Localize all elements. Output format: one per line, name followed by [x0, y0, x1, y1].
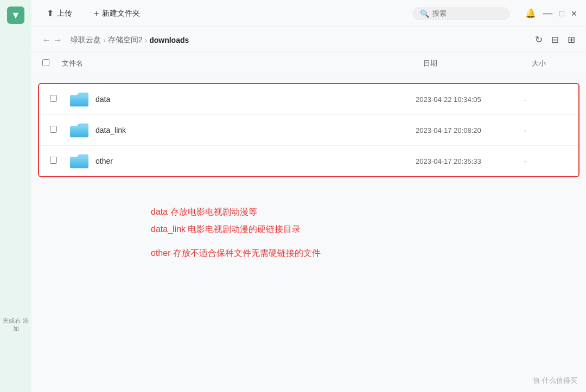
- main-area: ⬆ 上传 + 新建文件夹 🔍 🔔 — □ ✕ ← → 绿联云盘 › 存储空间2 …: [31, 0, 586, 392]
- row-checkbox-1[interactable]: [50, 125, 69, 135]
- sidebar: ▼ 夹或右 添加: [0, 0, 31, 392]
- file-date-0: 2023-04-22 10:34:05: [416, 95, 524, 104]
- search-input[interactable]: [432, 9, 498, 17]
- breadcrumb-bar: ← → 绿联云盘 › 存储空间2 › downloads ↻ ⊟ ⊞: [31, 27, 586, 53]
- breadcrumb-item-1[interactable]: 存储空间2: [108, 35, 143, 45]
- new-folder-label: 新建文件夹: [102, 9, 140, 18]
- breadcrumb-actions: ↻ ⊟ ⊞: [535, 34, 575, 46]
- folder-icon-1: [69, 120, 89, 140]
- breadcrumb-path: 绿联云盘 › 存储空间2 › downloads: [71, 35, 189, 45]
- upload-button[interactable]: ⬆ 上传: [40, 5, 79, 22]
- search-bar[interactable]: 🔍: [412, 7, 510, 20]
- file-name-1: data_link: [95, 126, 416, 134]
- header-date: 日期: [423, 59, 532, 68]
- header-name: 文件名: [62, 59, 423, 68]
- file-size-0: -: [524, 95, 568, 104]
- upload-label: 上传: [57, 9, 72, 18]
- logo-icon: ▼: [11, 10, 21, 21]
- folder-icon-2: [69, 151, 89, 171]
- file-size-1: -: [524, 126, 568, 134]
- refresh-button[interactable]: ↻: [535, 34, 543, 46]
- folder-icon-0: [69, 89, 89, 109]
- row-checkbox-0[interactable]: [50, 94, 69, 104]
- table-row[interactable]: data 2023-04-22 10:34:05 -: [39, 84, 578, 115]
- table-row[interactable]: data_link 2023-04-17 20:08:20 -: [39, 115, 578, 146]
- sidebar-left-label: 夹或右 添加: [0, 314, 31, 336]
- breadcrumb-nav: ← →: [42, 35, 62, 45]
- file-name-0: data: [95, 95, 416, 104]
- close-icon[interactable]: ✕: [571, 9, 577, 18]
- layout1-button[interactable]: ⊟: [551, 34, 559, 46]
- file-name-2: other: [95, 157, 416, 165]
- new-folder-button[interactable]: + 新建文件夹: [87, 5, 146, 22]
- select-all-checkbox[interactable]: [42, 59, 49, 66]
- table-row[interactable]: other 2023-04-17 20:35:33 -: [39, 146, 578, 176]
- forward-button[interactable]: →: [53, 35, 62, 45]
- breadcrumb-sep-1: ›: [144, 36, 147, 44]
- watermark: 值·什么值得买: [533, 376, 577, 385]
- file-date-2: 2023-04-17 20:35:33: [416, 157, 524, 165]
- row-checkbox-2[interactable]: [50, 156, 69, 166]
- breadcrumb-item-0[interactable]: 绿联云盘: [71, 35, 101, 45]
- titlebar-actions: 🔔 — □ ✕: [525, 8, 577, 19]
- new-folder-icon: +: [94, 9, 99, 18]
- notification-icon[interactable]: 🔔: [525, 8, 536, 18]
- svg-rect-2: [70, 126, 88, 137]
- back-button[interactable]: ←: [42, 35, 51, 45]
- svg-rect-1: [70, 95, 88, 106]
- sidebar-logo[interactable]: ▼: [7, 7, 24, 24]
- breadcrumb-item-2[interactable]: downloads: [149, 36, 189, 44]
- annotation-line3: other 存放不适合保种文件无需硬链接的文件: [151, 245, 467, 262]
- breadcrumb-sep-0: ›: [103, 36, 106, 44]
- folder-group-selected: data 2023-04-22 10:34:05 -: [38, 83, 579, 177]
- file-list: data 2023-04-22 10:34:05 -: [31, 74, 586, 392]
- upload-icon: ⬆: [47, 8, 54, 18]
- maximize-icon[interactable]: □: [559, 9, 564, 18]
- header-size: 大小: [532, 59, 575, 68]
- svg-rect-3: [70, 157, 88, 168]
- file-size-2: -: [524, 157, 568, 165]
- minimize-icon[interactable]: —: [543, 8, 552, 19]
- header-checkbox-col: [42, 59, 62, 68]
- annotation-line2: data_link 电影电视剧动漫的硬链接目录: [151, 221, 467, 238]
- titlebar: ⬆ 上传 + 新建文件夹 🔍 🔔 — □ ✕: [31, 0, 586, 27]
- annotation-line1: data 存放电影电视剧动漫等: [151, 203, 467, 221]
- column-header: 文件名 日期 大小: [31, 53, 586, 74]
- search-icon: 🔍: [420, 9, 429, 18]
- layout2-button[interactable]: ⊞: [568, 34, 575, 46]
- annotation-area: data 存放电影电视剧动漫等 data_link 电影电视剧动漫的硬链接目录 …: [31, 182, 586, 273]
- file-date-1: 2023-04-17 20:08:20: [416, 126, 524, 134]
